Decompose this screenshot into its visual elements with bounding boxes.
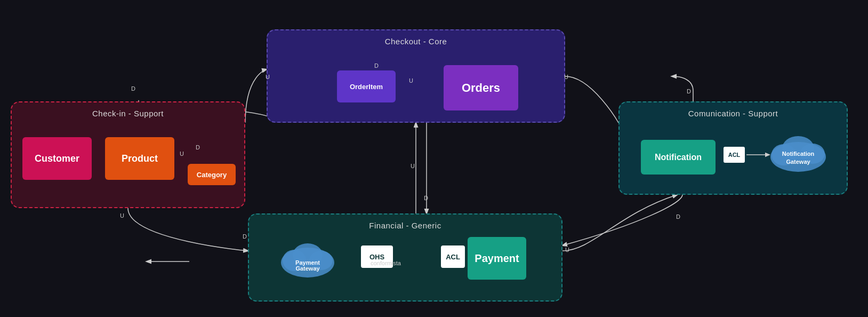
svg-text:Notification: Notification — [782, 150, 815, 157]
notification-entity: Notification — [641, 140, 716, 175]
checkin-support-context: Check-in - Support Customer Product U D … — [11, 101, 245, 208]
d-label-comm: D — [687, 88, 691, 94]
d-label-orderitem: D — [374, 62, 379, 69]
payment-gateway-cloud: Payment Gateway — [276, 235, 340, 283]
d-label-category: D — [196, 144, 200, 150]
checkout-core-context: Checkout - Core OrderItem D Orders U — [267, 29, 565, 123]
orders-entity: Orders — [444, 65, 518, 110]
payment-gateway-svg: Payment Gateway — [276, 235, 340, 283]
d-label-fin2: D — [243, 233, 247, 240]
communication-support-label: Comunication - Support — [628, 109, 838, 118]
u-label-checkin: U — [266, 74, 270, 80]
svg-text:Gateway: Gateway — [295, 265, 320, 272]
u-label-orders: U — [409, 77, 413, 84]
comm-acl-entity: ACL — [724, 147, 745, 163]
svg-point-10 — [782, 136, 814, 161]
u-label-category: U — [180, 150, 184, 157]
financial-generic-context: Financial - Generic Payment Gateway OHS — [248, 213, 562, 302]
notif-gateway-svg: Notification Gateway — [763, 129, 833, 177]
payment-entity: Payment — [468, 237, 526, 280]
diagram-container: Checkout - Core OrderItem D Orders U U D… — [0, 0, 868, 317]
u-label-fin2: U — [120, 212, 124, 219]
financial-generic-label: Financial - Generic — [258, 221, 553, 230]
u-label-financial: U — [411, 163, 415, 169]
svg-text:Gateway: Gateway — [786, 158, 810, 165]
checkout-core-label: Checkout - Core — [276, 37, 556, 46]
product-entity: Product — [105, 137, 174, 180]
acl-entity-financial: ACL — [441, 245, 465, 268]
checkin-support-label: Check-in - Support — [20, 109, 236, 118]
communication-support-context: Comunication - Support Notification ACL — [618, 101, 848, 195]
notification-gateway-cloud: Notification Gateway — [763, 129, 833, 177]
u-label-fin-comm: U — [565, 247, 569, 253]
category-entity: Category — [188, 164, 236, 185]
customer-entity: Customer — [22, 137, 92, 180]
d-label-checkin: D — [131, 85, 135, 92]
orderitem-entity: OrderItem — [337, 70, 396, 102]
d-label-financial: D — [424, 195, 428, 201]
conformista-label: conformista — [371, 260, 401, 266]
d-label-fin-comm: D — [676, 213, 680, 220]
u-label-comm: U — [564, 74, 568, 80]
